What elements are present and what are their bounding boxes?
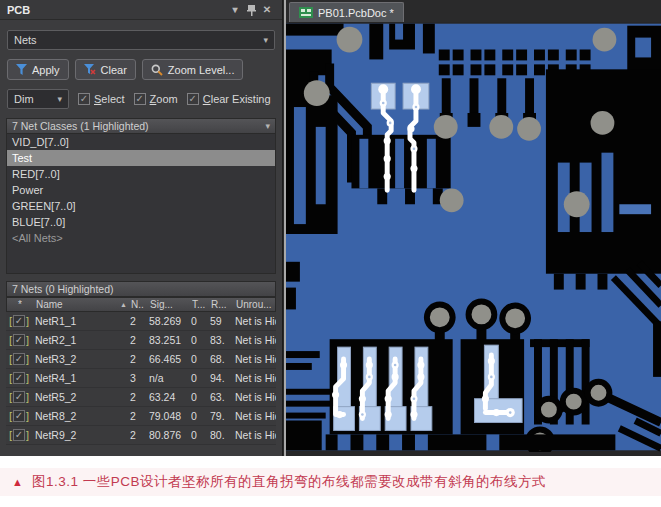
panel-mode-dropdown[interactable]: Nets ▾ [7, 30, 275, 50]
apply-button[interactable]: Apply [7, 59, 69, 80]
checkmark-icon: ✓ [13, 334, 25, 346]
checkmark-icon: ✓ [13, 391, 25, 403]
clear-existing-checkbox[interactable]: ✓ Clear Existing [187, 93, 271, 105]
bottom-edge-band [326, 434, 616, 450]
checkmark-icon: ✓ [13, 353, 25, 365]
checkmark-icon: ✓ [134, 93, 146, 105]
panel-menu-icon[interactable]: ▾ [227, 3, 243, 17]
checkmark-icon: ✓ [187, 93, 199, 105]
magnifier-icon [151, 64, 163, 76]
filter-clear-icon [84, 64, 96, 75]
highlighted-net-single-bottom [461, 339, 524, 434]
sort-asc-icon: ▲ [120, 301, 127, 308]
zoom-checkbox[interactable]: ✓ Zoom [134, 93, 178, 105]
net-class-list: VID_D[7..0] Test RED[7..0] Power GREEN[7… [6, 134, 276, 274]
table-row[interactable]: [✓] NetR4_1 3 n/a 0 94. Net is Hid [6, 369, 276, 388]
pcb-panel: PCB ▾ ✕ Nets ▾ Apply Clear [0, 0, 283, 456]
table-row[interactable]: [✓] NetR9_2 2 80.876 0 80. Net is Hid [6, 426, 276, 445]
chevron-down-icon: ▾ [57, 94, 62, 104]
pcbdoc-icon [299, 7, 313, 18]
checkmark-icon: ✓ [13, 372, 25, 384]
net-visible-checkbox[interactable]: [✓] [6, 315, 32, 327]
net-class-item[interactable]: BLUE[7..0] [7, 214, 275, 230]
checkmark-icon: ✓ [13, 410, 25, 422]
panel-title: PCB [7, 4, 30, 16]
select-checkbox[interactable]: ✓ Select [78, 93, 125, 105]
table-row[interactable]: [✓] NetR5_2 2 63.24 0 63. Net is Hid [6, 388, 276, 407]
panel-titlebar: PCB ▾ ✕ [0, 0, 282, 20]
filter-icon [16, 64, 27, 75]
chevron-down-icon: ▾ [263, 35, 268, 45]
checkmark-icon: ✓ [78, 93, 90, 105]
clear-button[interactable]: Clear [75, 59, 136, 80]
table-row[interactable]: [✓] NetR3_2 2 66.465 0 68. Net is Hid [6, 350, 276, 369]
table-row[interactable]: [✓] NetR8_2 2 79.048 0 79. Net is Hid [6, 407, 276, 426]
checkmark-icon: ✓ [13, 429, 25, 441]
column-name[interactable]: Name ▲ [33, 299, 131, 310]
caption-text: 图1.3.1 一些PCB设计者坚称所有的直角拐弯的布线都需要改成带有斜角的布线方… [32, 473, 546, 491]
table-row[interactable]: [✓] NetR2_1 2 83.251 0 83. Net is Hid [6, 331, 276, 350]
net-visible-checkbox[interactable]: [✓] [6, 410, 32, 422]
pcb-editor: PB01.PcbDoc * [284, 0, 661, 456]
caption-triangle-icon: ▲ [12, 476, 23, 489]
panel-mode-value: Nets [14, 34, 37, 46]
nets-header[interactable]: 7 Nets (0 Highlighted) [6, 281, 276, 297]
checkmark-icon: ✓ [13, 315, 25, 327]
chevron-down-icon: ▾ [265, 121, 270, 131]
nets-table: [✓] NetR1_1 2 58.269 0 59 Net is Hid [✓]… [6, 312, 276, 445]
net-class-item[interactable]: Power [7, 182, 275, 198]
pin-icon[interactable] [243, 3, 259, 17]
net-class-item-selected[interactable]: Test [7, 150, 275, 166]
zoom-level-button[interactable]: Zoom Level... [142, 59, 244, 80]
net-visible-checkbox[interactable]: [✓] [6, 353, 32, 365]
close-icon[interactable]: ✕ [259, 3, 275, 17]
net-classes-header[interactable]: 7 Net Classes (1 Highlighted) ▾ [6, 118, 276, 134]
highlighted-net-cluster-bottom [330, 339, 453, 434]
net-visible-checkbox[interactable]: [✓] [6, 429, 32, 441]
nets-table-header[interactable]: * Name ▲ N.. Sig... T... R... Unrou... [6, 297, 276, 312]
net-class-item[interactable]: VID_D[7..0] [7, 134, 275, 150]
vias-above-bottom-cluster [427, 301, 528, 341]
figure-caption: ▲ 图1.3.1 一些PCB设计者坚称所有的直角拐弯的布线都需要改成带有斜角的布… [0, 468, 661, 496]
net-class-item-all-nets[interactable]: <All Nets> [7, 230, 275, 246]
net-visible-checkbox[interactable]: [✓] [6, 334, 32, 346]
net-visible-checkbox[interactable]: [✓] [6, 391, 32, 403]
net-class-item[interactable]: RED[7..0] [7, 166, 275, 182]
application-window: PCB ▾ ✕ Nets ▾ Apply Clear [0, 0, 661, 456]
table-row[interactable]: [✓] NetR1_1 2 58.269 0 59 Net is Hid [6, 312, 276, 331]
pcb-canvas[interactable] [286, 22, 661, 452]
net-class-item[interactable]: GREEN[7..0] [7, 198, 275, 214]
tab-pb01-pcbdoc[interactable]: PB01.PcbDoc * [289, 2, 404, 22]
net-visible-checkbox[interactable]: [✓] [6, 372, 32, 384]
dim-dropdown[interactable]: Dim ▾ [7, 89, 69, 109]
document-tabbar: PB01.PcbDoc * [286, 0, 661, 22]
